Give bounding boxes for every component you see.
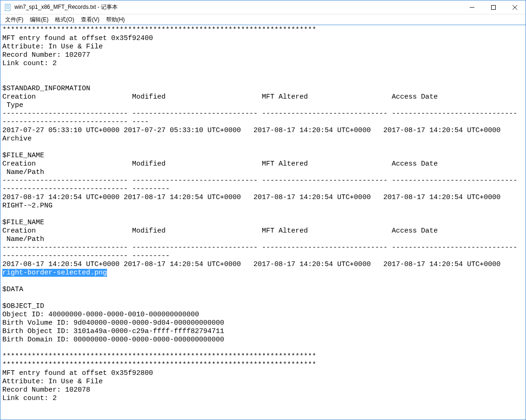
text-line: ------------------------------ ---------… <box>2 244 517 252</box>
text-line: Creation Modified MFT Altered Access Dat… <box>2 227 438 235</box>
text-line: Birth Volume ID: 9d040000-0000-0000-9d04… <box>2 319 224 327</box>
menubar: 文件(F) 编辑(E) 格式(O) 查看(V) 帮助(H) <box>0 14 526 25</box>
text-line: Birth Domain ID: 00000000-0000-0000-0000… <box>2 336 224 344</box>
menu-edit[interactable]: 编辑(E) <box>27 15 51 25</box>
text-line: Object ID: 40000000-0000-0000-0010-00000… <box>2 311 199 319</box>
text-line: MFT entry found at offset 0x35f92800 <box>2 369 153 377</box>
menu-file[interactable]: 文件(F) <box>2 15 26 25</box>
text-line: Record Number: 102078 <box>2 386 90 394</box>
text-line: Name/Path <box>2 168 44 176</box>
text-area[interactable]: ****************************************… <box>0 25 526 420</box>
text-line: Record Number: 102077 <box>2 51 90 59</box>
menu-help[interactable]: 帮助(H) <box>103 15 128 25</box>
text-line: ------------------------------ ---------… <box>2 110 517 118</box>
svg-rect-0 <box>5 4 10 11</box>
text-line: Link count: 2 <box>2 394 57 402</box>
text-line: 2017-07-27 05:33:10 UTC+0000 2017-07-27 … <box>2 127 500 134</box>
text-line: $STANDARD_INFORMATION <box>2 85 90 93</box>
titlebar[interactable]: win7_sp1_x86_MFT_Records.txt - 记事本 <box>0 0 526 14</box>
maximize-button[interactable] <box>483 0 504 14</box>
selected-text: right-border-selected.png <box>2 269 107 277</box>
notepad-icon <box>4 4 12 11</box>
text-line: Link count: 2 <box>2 60 57 67</box>
text-line: Archive <box>2 135 32 143</box>
svg-rect-5 <box>492 5 496 9</box>
text-line: ------------------------------ ---------… <box>2 177 517 185</box>
text-line: Birth Object ID: 3101a49a-0000-c29a-ffff… <box>2 327 224 335</box>
text-line: 2017-08-17 14:20:54 UTC+0000 2017-08-17 … <box>2 193 500 201</box>
text-line: $FILE_NAME <box>2 152 44 160</box>
text-line: MFT entry found at offset 0x35f92400 <box>2 34 153 42</box>
window-title: win7_sp1_x86_MFT_Records.txt - 记事本 <box>14 3 461 11</box>
text-line: Creation Modified MFT Altered Access Dat… <box>2 160 438 168</box>
text-line: $DATA <box>2 286 23 293</box>
text-line: Attribute: In Use & File <box>2 43 103 51</box>
text-line: Attribute: In Use & File <box>2 378 103 386</box>
window-controls <box>461 0 526 14</box>
menu-view[interactable]: 查看(V) <box>78 15 102 25</box>
text-line: ------------------------------ --------- <box>2 185 170 193</box>
text-line: Creation Modified MFT Altered Access Dat… <box>2 93 438 101</box>
minimize-button[interactable] <box>461 0 483 14</box>
content-wrapper: ****************************************… <box>0 25 526 420</box>
text-line: RIGHT-~2.PNG <box>2 202 53 210</box>
text-line: ------------------------------ ---- <box>2 118 149 126</box>
close-button[interactable] <box>504 0 526 14</box>
notepad-window: win7_sp1_x86_MFT_Records.txt - 记事本 文件(F)… <box>0 0 526 420</box>
text-line: 2017-08-17 14:20:54 UTC+0000 2017-08-17 … <box>2 260 500 268</box>
text-line: $FILE_NAME <box>2 219 44 227</box>
text-line: Type <box>2 101 23 109</box>
text-line: ****************************************… <box>2 353 316 360</box>
text-line: Name/Path <box>2 235 44 243</box>
text-line: $OBJECT_ID <box>2 302 44 310</box>
text-line: ------------------------------ --------- <box>2 252 170 260</box>
menu-format[interactable]: 格式(O) <box>52 15 77 25</box>
text-line: ****************************************… <box>2 361 316 369</box>
text-line: ****************************************… <box>2 26 316 34</box>
